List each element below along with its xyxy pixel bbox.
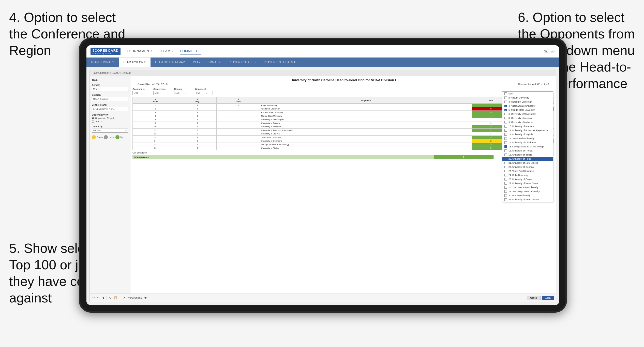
nav-signout[interactable]: Sign out [541,50,555,53]
team-label: Team [92,79,128,81]
dropdown-item-label: 11. University of Arkansas, Fayetteville [508,129,548,132]
undo-icon[interactable]: ↩ [92,296,95,300]
apply-button[interactable]: Apply [542,296,554,300]
subnav-h2h-grid[interactable]: TEAM H2H GRID [119,58,151,67]
col-reg: #Reg [178,97,217,104]
dropdown-item[interactable]: 31. University of North Florida [502,198,553,202]
dropdown-item[interactable]: 10. University of Alabama [502,124,553,128]
subnav-player-h2h-heatmap[interactable]: PLAYER H2H HEATMAP [260,58,302,67]
opponent-filter: Opponent (All) ▼ [195,88,213,95]
dropdown-item-label: 12. University of Virginia [508,133,533,136]
rank-cell: 3 [133,107,178,111]
subnav-h2h-heatmap[interactable]: TEAM H2H HEATMAP [151,58,189,67]
dropdown-item[interactable]: ✓4. Arizona State University [502,104,553,108]
eye-icon[interactable]: 👁 [144,296,147,300]
dropdown-item[interactable]: 24. Duke University [502,173,553,177]
dropdown-item[interactable]: 23. Texas A&M University [502,169,553,173]
subnav-player-summary[interactable]: PLAYER SUMMARY [189,58,225,67]
redo-icon[interactable]: ↪ [97,296,100,300]
radio-group: Opponents Played Top 100 [92,117,128,123]
filters-row: Opponents: (All) ▼ Conference (All) [132,88,554,95]
copy-icon[interactable]: ⧉ [109,296,112,300]
nav-tournaments[interactable]: TOURNAMENTS [127,48,154,54]
school-dropdown[interactable]: 1. University of Nort... ▼ [92,107,128,111]
dropdown-item[interactable]: 8. University of Arizona [502,116,553,120]
table-row: 131Texas Tech University30 [133,136,554,139]
gender-dropdown[interactable]: Men's ▼ [92,87,128,91]
legend-up-dot [115,135,119,139]
legend-down-label: Down [97,136,103,138]
dropdown-item[interactable]: ✓15. Georgia Institute of Technology [502,145,553,149]
region-dropdown[interactable]: (All) ▼ [174,91,192,95]
dropdown-item-label: 4. Arizona State University [508,105,535,107]
opponent-cell: Auburn University [260,104,472,107]
rank-cell: 12 [133,132,178,136]
dropdown-item[interactable]: 11. University of Arkansas, Fayetteville [502,128,553,132]
refresh-icon[interactable]: ⟳ [122,296,126,300]
cancel-button[interactable]: Cancel [527,296,541,300]
dropdown-item[interactable]: 12. University of Virginia [502,132,553,136]
dropdown-checkbox [504,113,507,115]
table-row: 123University of Virginia10 [133,132,554,136]
division-dropdown[interactable]: NCAA Division I ▼ [92,97,128,101]
radio-top100[interactable]: Top 100 [92,120,128,123]
region-label: Region [174,88,192,90]
dropdown-item[interactable]: 29. San Diego State University [502,189,553,193]
school-chevron: ▼ [125,108,127,110]
opponent-cell: Florida State University [260,114,472,118]
division-label: Division [92,94,128,96]
dropdown-item[interactable]: 18. University of Illinois [502,153,553,157]
radio-opponents-played[interactable]: Opponents Played [92,117,128,119]
subnav-player-h2h-grid[interactable]: PLAYER H2H GRID [225,58,260,67]
opponent-cell: University of Arizona [260,121,472,125]
dropdown-item[interactable]: ✓5. Florida State University [502,108,553,112]
conference-label: Conference [153,88,171,90]
dropdown-item[interactable]: (All) [502,92,553,96]
conference-filter: Conference (All) ▼ [153,88,171,95]
dropdown-item[interactable]: 6. University of Washington [502,112,553,116]
paste-icon[interactable]: 📋 [113,296,118,300]
dropdown-item[interactable]: 9. University of Alabama [502,120,553,124]
dropdown-item[interactable]: 13. Texas Tech University [502,136,553,141]
dropdown-checkbox [504,96,507,99]
opponents-dropdown[interactable]: (All) ▼ [132,91,150,95]
dropdown-item[interactable]: 25. University of Oregon [502,177,553,181]
conference-dropdown[interactable]: (All) ▼ [153,91,171,95]
opponents-filter: Opponents: (All) ▼ [132,88,150,95]
dropdown-item[interactable]: 2. Auburn University [502,96,553,100]
dropdown-checkbox: ✓ [504,158,507,160]
opponent-dropdown[interactable]: (All) ▼ [195,91,213,95]
dropdown-item[interactable]: 28. The Ohio State University [502,185,553,189]
dropdown-item-label: 13. Texas Tech University [508,137,534,140]
opponent-cell: Vanderbilt University [260,107,472,111]
dropdown-item[interactable]: 14. University of Oklahoma [502,141,553,145]
nav-committee[interactable]: COMMITTEE [180,48,201,54]
dropdown-item[interactable]: ✓20. University of Texas [502,157,553,161]
rank-cell: 9 [133,121,178,125]
dropdown-item[interactable]: 3. Vanderbilt University [502,100,553,104]
colour-dropdown[interactable]: Win/loss ▼ [92,129,128,133]
reg-cell: 3 [178,121,217,125]
col-conf: #Conf [217,97,260,104]
dropdown-item[interactable]: 27. University of Notre Dame [502,181,553,185]
rank-cell: 4 [133,111,178,114]
dropdown-item[interactable]: 22. University of Georgia [502,165,553,169]
subnav-team-summary[interactable]: TEAM SUMMARY [86,58,119,67]
opponent-dropdown-list[interactable]: (All)2. Auburn University3. Vanderbilt U… [502,91,553,202]
opponent-cell: University of Washington [260,118,472,121]
dropdown-item-label: 25. University of Oregon [508,178,533,181]
dropdown-checkbox [504,129,507,132]
dropdown-checkbox: ✓ [504,109,507,111]
col-rank: #Rank [133,97,178,104]
dropdown-item-label: 27. University of Notre Dame [508,182,538,185]
dropdown-item[interactable]: 16. University of Florida [502,149,553,153]
dropdown-item[interactable]: 30. Purdue University [502,193,553,198]
rank-cell: 8 [133,118,178,121]
dropdown-item[interactable]: 21. University of New Mexico [502,161,553,165]
back-icon[interactable]: ◀ [101,296,104,300]
dropdown-checkbox [504,170,507,172]
opponents-label: Opponents: [132,88,150,90]
reg-cell: 5 [178,125,217,129]
col-opponent: Opponent [260,97,472,104]
nav-teams[interactable]: TEAMS [161,48,173,54]
